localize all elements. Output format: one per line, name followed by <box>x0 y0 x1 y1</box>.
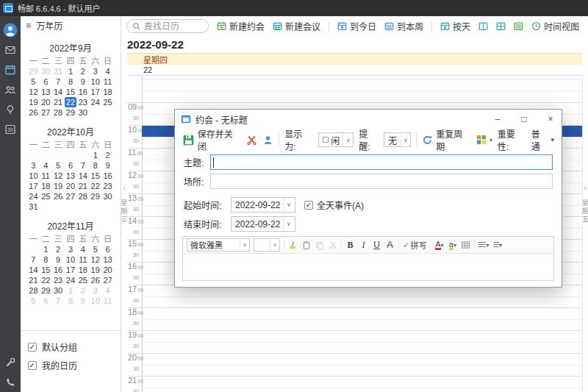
search-input[interactable] <box>144 21 197 32</box>
day-number-row[interactable]: 22 <box>127 65 582 76</box>
day-cell[interactable]: 19 <box>89 265 101 275</box>
my-calendar-checkbox[interactable]: ✓ <box>28 361 37 370</box>
day-cell[interactable]: 5 <box>27 76 40 87</box>
day-cell[interactable]: 21 <box>27 275 40 285</box>
day-cell[interactable]: 18 <box>40 181 52 191</box>
end-date-select[interactable]: 2022-09-22 ∨ <box>231 216 295 232</box>
day-cell[interactable]: 9 <box>101 160 114 171</box>
day-cell[interactable]: 5 <box>52 160 65 171</box>
day-cell[interactable]: 16 <box>101 171 114 181</box>
day-cell[interactable]: 4 <box>101 66 114 76</box>
day-cell[interactable]: 17 <box>65 265 77 275</box>
go-week-button[interactable]: 到本周 <box>384 20 423 32</box>
account-avatar[interactable] <box>0 20 21 40</box>
highlight-button[interactable]: a ▾ <box>448 239 457 251</box>
day-cell[interactable]: 4 <box>101 285 114 296</box>
next-day-strip[interactable]: › 星期五 <box>582 76 588 392</box>
day-cell[interactable]: 23 <box>76 97 89 107</box>
day-cell[interactable]: 6 <box>40 296 52 306</box>
day-cell[interactable]: 30 <box>101 191 114 202</box>
category-button[interactable]: ▾ <box>476 135 492 145</box>
day-cell[interactable]: 15 <box>89 171 101 181</box>
day-cell[interactable]: 28 <box>52 107 65 118</box>
day-cell[interactable]: 7 <box>52 296 65 306</box>
strikethrough-button[interactable]: A <box>385 239 395 251</box>
phone-button[interactable] <box>0 372 21 392</box>
day-cell[interactable]: 11 <box>101 76 114 87</box>
day-cell[interactable]: 2 <box>76 285 89 296</box>
notes-nav-button[interactable] <box>0 99 21 119</box>
day-cell[interactable]: 9 <box>76 76 89 87</box>
day-cell[interactable]: 28 <box>76 191 89 202</box>
schedule-nav-button[interactable]: 30 <box>0 119 21 139</box>
copy-button[interactable] <box>315 239 324 251</box>
time-row-early[interactable] <box>127 76 582 103</box>
day-cell[interactable]: 30 <box>40 66 52 76</box>
day-cell[interactable]: 26 <box>52 191 65 202</box>
next-day-icon[interactable]: › <box>584 185 587 192</box>
day-cell[interactable]: 25 <box>40 191 52 202</box>
day-cell[interactable]: 27 <box>101 275 114 285</box>
go-today-button[interactable]: 到今日 <box>337 20 376 32</box>
day-cell[interactable]: 6 <box>40 76 52 87</box>
day-cell[interactable]: 3 <box>89 285 101 296</box>
day-cell[interactable]: 4 <box>40 160 52 171</box>
dialog-maximize-button[interactable]: □ <box>513 111 535 127</box>
group-default[interactable]: ✓ 默认分组 <box>28 338 113 356</box>
dropdown-arrow-icon[interactable]: ∨ <box>283 217 293 231</box>
day-cell[interactable]: 20 <box>40 97 52 107</box>
day-cell[interactable]: 24 <box>65 275 77 285</box>
day-cell[interactable]: 10 <box>89 296 101 306</box>
day-cell[interactable]: 2 <box>52 244 65 254</box>
view-week-button[interactable] <box>496 21 506 31</box>
invite-attendees-button[interactable] <box>262 135 273 146</box>
format-painter-button[interactable] <box>288 239 298 251</box>
italic-button[interactable]: I <box>359 239 368 251</box>
start-date-select[interactable]: 2022-09-22 ∨ <box>231 197 295 213</box>
reminder-select[interactable]: 无 ∨ <box>384 132 411 147</box>
recurrence-button[interactable]: 重复周期 <box>422 127 470 152</box>
subject-input[interactable] <box>210 154 553 170</box>
view-workweek-button[interactable] <box>478 21 488 31</box>
dropdown-arrow-icon[interactable]: ∨ <box>270 239 279 251</box>
day-cell[interactable]: 29 <box>65 107 77 118</box>
day-cell[interactable]: 30 <box>52 285 65 296</box>
day-cell[interactable]: 21 <box>76 181 89 191</box>
day-cell[interactable]: 29 <box>40 285 52 296</box>
group-default-checkbox[interactable]: ✓ <box>28 343 37 352</box>
all-day-checkbox[interactable]: ✓ <box>304 201 313 210</box>
new-meeting-button[interactable]: 新建会议 <box>273 20 320 32</box>
dialog-titlebar[interactable]: 约会 - 无标题 – □ × <box>175 110 562 129</box>
day-cell[interactable]: 14 <box>76 171 89 181</box>
new-appointment-button[interactable]: 新建约会 <box>217 20 265 32</box>
day-cell[interactable]: 29 <box>27 66 40 76</box>
day-cell[interactable]: 27 <box>65 191 77 202</box>
day-cell[interactable]: 5 <box>89 244 101 254</box>
list-menu-button[interactable]: ▾ <box>492 239 502 251</box>
day-cell[interactable]: 21 <box>52 97 65 107</box>
importance-select[interactable]: 普通 ▾ <box>531 127 554 152</box>
prev-day-icon[interactable]: ‹ <box>123 185 125 192</box>
day-cell[interactable]: 16 <box>76 87 89 97</box>
time-row[interactable]: 190030 <box>127 331 582 354</box>
day-cell[interactable]: 13 <box>101 254 114 265</box>
search-box[interactable] <box>126 19 209 33</box>
day-cell[interactable]: 22 <box>89 181 101 191</box>
day-cell[interactable]: 8 <box>40 254 52 265</box>
day-cell[interactable]: 1 <box>65 66 77 76</box>
day-cell[interactable]: 31 <box>52 66 65 76</box>
delete-button[interactable] <box>246 135 257 146</box>
day-cell[interactable]: 26 <box>89 275 101 285</box>
dialog-minimize-button[interactable]: – <box>487 111 509 127</box>
day-cell[interactable]: 23 <box>101 181 114 191</box>
day-cell[interactable]: 28 <box>27 285 40 296</box>
day-cell[interactable]: 11 <box>40 171 52 181</box>
day-cell[interactable]: 10 <box>65 254 77 265</box>
day-cell[interactable]: 10 <box>27 171 40 181</box>
day-cell[interactable]: 7 <box>76 160 89 171</box>
time-view-button[interactable]: 时间视图 <box>531 20 579 32</box>
day-cell[interactable]: 13 <box>65 171 77 181</box>
day-cell[interactable]: 14 <box>52 87 65 97</box>
day-cell[interactable]: 10 <box>89 76 101 87</box>
font-size-select[interactable]: ∨ <box>254 238 280 252</box>
